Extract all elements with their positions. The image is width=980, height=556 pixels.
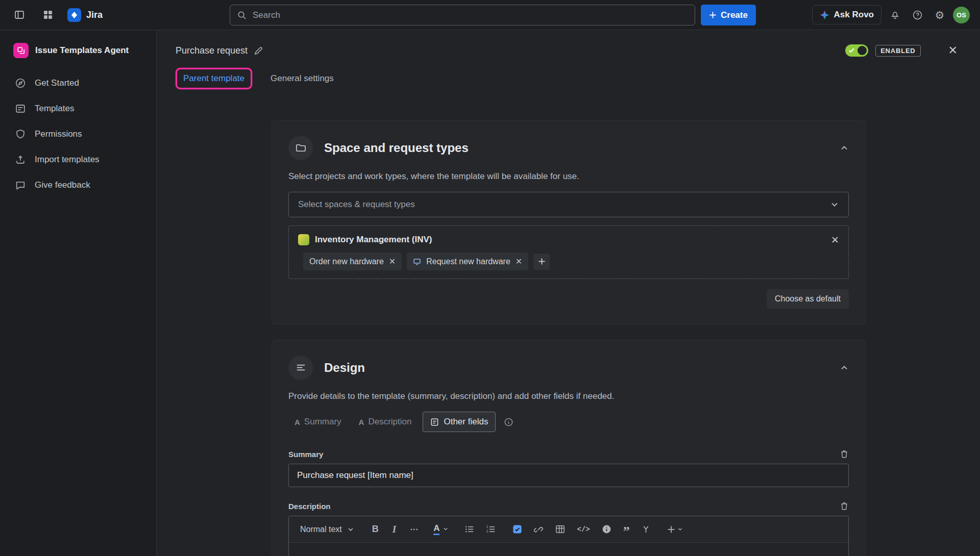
- request-type-tag: Order new hardware ✕: [303, 252, 402, 270]
- project-avatar: [298, 234, 309, 245]
- settings-gear-icon[interactable]: ⚙: [930, 6, 949, 24]
- edit-pencil-icon[interactable]: [254, 46, 263, 56]
- italic-icon[interactable]: I: [390, 524, 398, 535]
- chevron-down-icon: [830, 200, 839, 209]
- help-icon[interactable]: [908, 6, 926, 24]
- summary-field-label: Summary: [288, 450, 323, 459]
- page-title: Purchase request: [176, 45, 248, 56]
- text-style-value: Normal text: [300, 525, 342, 534]
- shield-icon: [14, 129, 27, 140]
- svg-text:2: 2: [486, 529, 488, 533]
- button-label: Summary: [304, 417, 341, 427]
- sidebar-item-templates[interactable]: Templates: [8, 96, 148, 121]
- add-request-type-button[interactable]: [533, 254, 550, 270]
- search-icon: [237, 10, 247, 20]
- form-fields-icon: [430, 418, 439, 426]
- text-style-dropdown[interactable]: Normal text: [300, 525, 354, 534]
- choose-as-default-button[interactable]: Choose as default: [767, 289, 849, 309]
- top-navigation-bar: Jira Create Ask Rovo: [0, 0, 980, 30]
- info-icon[interactable]: [504, 417, 513, 427]
- sidebar-item-label: Import templates: [35, 155, 100, 165]
- spaces-request-types-select[interactable]: Select spaces & request types: [288, 192, 849, 217]
- annotation-highlight-box: Parent template: [176, 68, 252, 89]
- delete-description-icon[interactable]: [840, 501, 849, 511]
- svg-text:1: 1: [486, 525, 488, 528]
- delete-summary-icon[interactable]: [840, 449, 849, 459]
- decision-icon[interactable]: [642, 525, 650, 534]
- editor-content-area[interactable]: [289, 543, 848, 556]
- sidebar-toggle-icon[interactable]: [10, 6, 29, 24]
- sidebar-item-label: Get Started: [35, 78, 79, 88]
- more-formatting-icon[interactable]: ⋯: [410, 524, 419, 534]
- project-name: Inventory Management (INV): [315, 235, 432, 245]
- ask-rovo-label: Ask Rovo: [834, 10, 874, 20]
- summary-input[interactable]: [288, 464, 849, 487]
- sidebar-item-get-started[interactable]: Get Started: [8, 70, 148, 96]
- enabled-toggle[interactable]: [845, 44, 868, 57]
- issue-templates-app-icon: [13, 43, 29, 58]
- action-item-icon[interactable]: [512, 524, 522, 534]
- text-field-icon: A: [295, 418, 300, 426]
- card-title: Space and request types: [324, 141, 469, 155]
- rovo-icon: [820, 10, 829, 20]
- bullet-list-icon[interactable]: [464, 524, 474, 534]
- tab-parent-template[interactable]: Parent template: [183, 73, 244, 83]
- remove-tag-icon[interactable]: ✕: [389, 257, 396, 266]
- close-icon[interactable]: ✕: [948, 45, 958, 56]
- request-type-label: Request new hardware: [426, 257, 510, 266]
- remove-project-icon[interactable]: ✕: [831, 235, 839, 245]
- import-icon: [14, 154, 27, 165]
- feedback-icon: [14, 180, 27, 191]
- sidebar-item-label: Give feedback: [35, 180, 90, 190]
- text-color-icon[interactable]: A: [433, 523, 449, 535]
- template-header: Purchase request ENABLED ✕: [157, 31, 980, 57]
- request-type-icon: [413, 258, 421, 266]
- add-summary-button[interactable]: A Summary: [288, 412, 348, 432]
- app-switcher-icon[interactable]: [39, 6, 57, 24]
- user-avatar[interactable]: OS: [953, 7, 970, 23]
- quote-icon[interactable]: ”: [623, 524, 630, 534]
- sidebar-app-header: Issue Templates Agent: [8, 43, 148, 58]
- space-and-request-types-card: Space and request types Select projects …: [272, 120, 866, 324]
- info-panel-icon[interactable]: [602, 524, 611, 534]
- chevron-up-icon[interactable]: [840, 363, 849, 372]
- code-icon[interactable]: </>: [577, 525, 590, 534]
- notifications-bell-icon[interactable]: [886, 6, 904, 24]
- sidebar-item-import-templates[interactable]: Import templates: [8, 147, 148, 172]
- search-input[interactable]: [230, 5, 695, 26]
- text-field-icon: A: [359, 418, 364, 426]
- card-description: Provide details to the template (summary…: [288, 391, 849, 401]
- select-placeholder: Select spaces & request types: [298, 199, 415, 210]
- numbered-list-icon[interactable]: 1 2: [486, 524, 496, 534]
- template-form: Space and request types Select projects …: [272, 120, 866, 556]
- insert-plus-icon[interactable]: [667, 525, 683, 534]
- remove-tag-icon[interactable]: ✕: [516, 257, 522, 266]
- plus-icon: [709, 11, 717, 19]
- bold-icon[interactable]: B: [372, 524, 379, 535]
- sidebar-item-label: Templates: [35, 104, 74, 114]
- sidebar: Issue Templates Agent Get Started Templa…: [0, 31, 157, 556]
- sidebar-item-give-feedback[interactable]: Give feedback: [8, 172, 148, 198]
- design-lines-icon: [288, 356, 313, 380]
- sidebar-item-permissions[interactable]: Permissions: [8, 121, 148, 147]
- sidebar-app-title: Issue Templates Agent: [35, 45, 129, 56]
- app-name: Jira: [86, 10, 103, 20]
- field-buttons-row: A Summary A Description Other fields: [288, 412, 849, 432]
- other-fields-button[interactable]: Other fields: [423, 412, 496, 432]
- card-title: Design: [324, 361, 365, 375]
- jira-logo[interactable]: Jira: [67, 8, 103, 22]
- add-description-button[interactable]: A Description: [353, 412, 418, 432]
- chevron-up-icon[interactable]: [840, 143, 849, 153]
- link-icon[interactable]: [534, 524, 544, 534]
- global-search: [230, 5, 695, 26]
- tab-general-settings[interactable]: General settings: [271, 73, 334, 84]
- tab-bar: Parent template General settings: [157, 68, 980, 89]
- create-button[interactable]: Create: [701, 5, 756, 26]
- jira-logo-icon: [67, 8, 81, 22]
- create-button-label: Create: [721, 10, 748, 20]
- table-icon[interactable]: [555, 524, 565, 534]
- ask-rovo-button[interactable]: Ask Rovo: [812, 5, 881, 24]
- check-icon: [848, 47, 855, 54]
- selected-project-box: Inventory Management (INV) ✕ Order new h…: [288, 225, 849, 279]
- card-description: Select projects and work types, where th…: [288, 171, 849, 182]
